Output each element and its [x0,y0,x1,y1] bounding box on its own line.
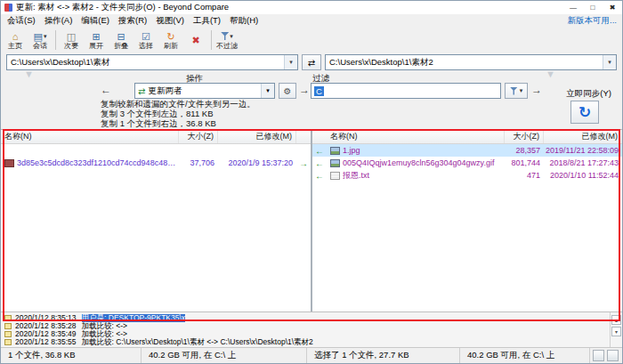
menu-item-view[interactable]: 视图(V) [151,15,189,27]
log-entry[interactable]: 2020/1/12 8:35:55 加载比较: C:\Users\x\Deskt… [3,338,608,346]
log-message: 加载比较: C:\Users\x\Desktop\1\素材 <-> C:\Use… [82,338,313,346]
toolbar-button-label: 展开 [89,42,103,50]
titlebar: 更新: 素材 <-> 素材2 - 文件夹同步(O) - Beyond Compa… [1,1,622,14]
collapse-all-icon: ⊟ [117,31,125,42]
toolbar-secondary-button[interactable]: ◫ 次要 [59,28,84,53]
file-row[interactable]: ← 005Q4IQqjw1emuy8cln56g304g04gwzy.gif 8… [312,157,622,169]
file-row[interactable]: 3d85e3c5dcd8c323df1210cd74ccd948c4875ce9… [1,157,311,169]
image-file-icon [4,159,14,167]
update-both-icon: ⇄ [135,86,148,96]
file-name: 3d85e3c5dcd8c323df1210cd74ccd948c4875ce9… [17,158,179,167]
gear-icon: ⚙ [284,86,292,96]
stop-icon: ✖ [191,35,199,45]
flow-arrow-left-icon: ← [101,84,111,96]
file-modified: 2020/1/10 11:52:44 [544,171,622,180]
menu-item-help[interactable]: 帮助(H) [225,15,263,27]
file-compare-area: 名称(N) 大小(Z) 已修改(M) 3d85e3c5dcd8c323df121… [1,129,622,311]
select-icon: ☑ [142,31,150,42]
new-version-link[interactable]: 新版本可用... [568,15,617,27]
combo-arrow-icon[interactable]: ▾ [603,55,616,69]
toolbar-button-label: 折叠 [114,42,128,50]
toolbar-sessions-button[interactable]: ▤▾ 会话 [28,28,53,53]
toolbar-button-label: 刷新 [164,42,178,50]
toolbar-home-button[interactable]: ⌂ 主页 [3,28,28,53]
sync-settings-panel: ▼ ▼ ← → → 操作 ⇄ 更新两者 ▾ ⚙ 过滤 C ▾ 复制较新和遗漏的文… [1,72,622,129]
column-header-name[interactable]: 名称(N) [327,130,505,143]
file-size: 37,706 [179,158,218,167]
filter-options-button[interactable]: ▾ [505,83,528,99]
toolbar-select-button[interactable]: ☑ 选择 [134,28,158,53]
column-header-modified[interactable]: 已修改(M) [544,130,622,143]
status-icon-a[interactable] [593,350,604,361]
home-icon: ⌂ [12,31,19,42]
filter-input[interactable]: C [311,83,501,99]
left-path-combo[interactable]: C:\Users\x\Desktop\1\素材 ▾ [6,54,298,70]
menu-item-search[interactable]: 搜索(R) [114,15,151,27]
status-bar: 1 个文件, 36.8 KB 40.2 GB 可用, 在 C:\ 上 选择了 1… [1,347,622,363]
file-row[interactable]: ← 报恩.txt 471 2020/1/10 11:52:44 [312,169,622,182]
log-item-icon [4,331,12,337]
column-header-size[interactable]: 大小(Z) [179,130,218,143]
menu-item-session[interactable]: 会话(S) [3,15,40,27]
log-rail-down-button[interactable]: ▾ [611,327,621,336]
column-header-action [296,130,311,143]
copy-to-left-arrow-icon[interactable]: ← [312,158,327,168]
file-modified: 2020/1/9 15:37:20 [218,158,296,167]
toolbar-button-label: 会话 [33,42,47,50]
left-file-list[interactable]: 3d85e3c5dcd8c323df1210cd74ccd948c4875ce9… [1,144,311,311]
combo-arrow-icon[interactable]: ▾ [261,84,274,98]
image-file-icon [330,159,340,167]
main-toolbar: ⌂ 主页 ▤▾ 会话 ◫ 次要 ⊞ 展开 ⊟ 折叠 ☑ 选择 ↻ 刷新 ✖ [1,28,622,53]
sessions-icon: ▤ [34,31,43,42]
filter-input-value: C [314,86,324,96]
menu-item-edit[interactable]: 编辑(E) [77,15,114,27]
menu-item-tools[interactable]: 工具(T) [189,15,225,27]
log-side-rail: ▴ ▾ [610,312,622,347]
log-item-icon [4,315,12,321]
column-header-name[interactable]: 名称(N) [1,130,179,143]
session-settings-button[interactable]: ⚙ [279,83,296,99]
copy-to-left-arrow-icon[interactable]: ← [312,146,327,156]
toolbar-button-label: 主页 [8,42,22,50]
log-item-icon [4,339,12,345]
maximize-button[interactable]: □ [583,1,603,14]
file-modified: 2018/8/21 17:27:43 [544,158,622,167]
minimize-button[interactable]: — [563,1,583,14]
right-path-combo[interactable]: C:\Users\x\Desktop\1\素材2 ▾ [325,54,617,70]
toolbar-no-filter-button[interactable]: ▾ 不过滤 [214,28,239,53]
toolbar-collapse-button[interactable]: ⊟ 折叠 [109,28,134,53]
copy-to-right-arrow-icon[interactable]: → [296,158,311,168]
close-button[interactable]: ✖ [603,1,622,14]
status-left-free-space: 40.2 GB 可用, 在 C:\ 上 [142,348,307,363]
flow-arrow-mid-icon: → [299,84,310,96]
alignment-gap-row [1,144,311,157]
left-panel-header: 名称(N) 大小(Z) 已修改(M) [1,130,311,144]
column-header-size[interactable]: 大小(Z) [505,130,544,143]
sync-now-button[interactable]: ↻ [570,101,599,124]
swap-sides-button[interactable]: ⇄ [302,54,321,70]
copy-to-left-arrow-icon[interactable]: ← [312,171,327,181]
secondary-icon: ◫ [67,31,76,42]
combo-arrow-icon[interactable]: ▾ [284,55,297,69]
right-file-list[interactable]: ← 1.jpg 28,357 2019/11/21 22:58:09 ← 005… [312,144,622,311]
file-row[interactable]: ← 1.jpg 28,357 2019/11/21 22:58:09 [312,144,622,157]
toolbar-separator [55,30,56,50]
file-modified: 2019/11/21 22:58:09 [544,146,622,155]
chevron-down-icon: ▾ [520,87,523,94]
status-selection-info: 选择了 1 个文件, 27.7 KB [307,348,460,363]
status-icon-b[interactable] [607,350,619,361]
toolbar-stop-button[interactable]: ✖ [183,28,208,53]
chevron-down-icon: ▾ [44,33,47,40]
toolbar-expand-button[interactable]: ⊞ 展开 [84,28,109,53]
filter-funnel-icon [221,32,229,40]
column-header-modified[interactable]: 已修改(M) [218,130,296,143]
beyond-compare-window: 更新: 素材 <-> 素材2 - 文件夹同步(O) - Beyond Compa… [0,0,623,364]
log-panel: 2020/1/12 8:35:13 用户是: DESKTOP-9PKTK35\x… [1,311,622,347]
toolbar-refresh-button[interactable]: ↻ 刷新 [158,28,183,53]
log-time: 2020/1/12 8:35:55 [15,338,77,346]
status-left-file-count: 1 个文件, 36.8 KB [1,348,142,363]
action-select[interactable]: ⇄ 更新两者 ▾ [134,83,275,99]
menu-item-actions[interactable]: 操作(A) [40,15,77,27]
log-list[interactable]: 2020/1/12 8:35:13 用户是: DESKTOP-9PKTK35\x… [1,312,610,347]
log-rail-up-button[interactable]: ▴ [611,315,621,325]
